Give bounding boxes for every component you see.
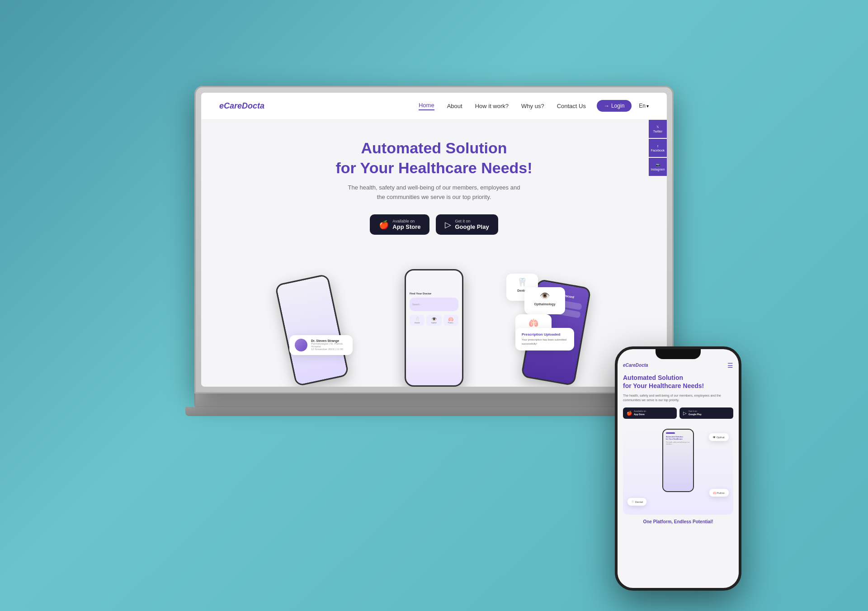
- google-play-button[interactable]: ▷ Get it on Google Play: [436, 214, 498, 235]
- facebook-icon: f: [657, 145, 658, 148]
- sp-nav: eCareDocta ☰: [623, 362, 733, 369]
- laptop-mockup: eCareDocta Home About How it work? Why u…: [194, 86, 674, 493]
- nav-link-about[interactable]: About: [447, 103, 462, 109]
- phone-main-mockup: Find Your Doctor Search... 🦷 Dental: [405, 269, 463, 387]
- doctor-date: 12 November 2023 | 11:30: [311, 348, 347, 350]
- phone-left-mockup: [274, 274, 349, 387]
- nav-link-contact[interactable]: Contact Us: [557, 103, 586, 109]
- app-store-button[interactable]: 🍎 Available on App Store: [370, 214, 429, 235]
- pulmo-cell: 🫁 Pulmo.: [443, 315, 458, 326]
- nav-link-why[interactable]: Why us?: [521, 103, 544, 109]
- sp-bottom-tagline: One Platform, Endless Potential!: [623, 519, 733, 524]
- social-sidebar: 𝕏 Twitter f Facebook 📷 Instagram: [649, 120, 667, 177]
- laptop-screen: eCareDocta Home About How it work? Why u…: [201, 93, 667, 387]
- laptop-base: [194, 393, 674, 407]
- instagram-button[interactable]: 📷 Instagram: [649, 158, 667, 176]
- sp-android-icon: ▷: [683, 411, 687, 416]
- lang-chevron-icon: ▾: [646, 104, 649, 109]
- sp-hero-subtitle: The health, safety and well-being of our…: [623, 393, 733, 403]
- sp-menu-icon[interactable]: ☰: [727, 362, 733, 369]
- doctor-specialty: Pulmonologist | St. Patrick Hospital: [311, 342, 347, 348]
- standalone-phone-screen: eCareDocta ☰ Automated Solution for Your…: [618, 349, 739, 588]
- android-icon: ▷: [445, 220, 451, 230]
- facebook-button[interactable]: f Facebook: [649, 139, 667, 157]
- sp-phone-preview: Automated Solutionfor Your Healthcare Th…: [623, 424, 733, 515]
- specialty-grid: 🦷 Dental 👁️ Opthal. 🫁: [410, 315, 458, 326]
- login-icon: →: [604, 103, 609, 109]
- sp-inner-text: The health, safety and well-being of our…: [666, 441, 690, 445]
- sp-float-3: 🫁 Pulmo.: [709, 489, 729, 497]
- sp-hero-title: Automated Solution for Your Healthcare N…: [623, 374, 733, 390]
- opthal-cell: 👁️ Opthal.: [426, 315, 441, 326]
- sp-apple-icon: 🍎: [627, 411, 632, 416]
- laptop-body: eCareDocta Home About How it work? Why u…: [194, 86, 674, 393]
- hero-title: Automated Solution for Your Healthcare N…: [335, 138, 532, 178]
- nav-link-how[interactable]: How it work?: [475, 103, 509, 109]
- twitter-button[interactable]: 𝕏 Twitter: [649, 120, 667, 138]
- apple-icon: 🍎: [379, 220, 389, 230]
- sp-app-store-btn[interactable]: 🍎 Available on App Store: [623, 407, 677, 419]
- prescription-card: Prescription Uploaded Your prescription …: [515, 328, 574, 350]
- laptop-bottom: [185, 407, 683, 416]
- instagram-icon: 📷: [656, 163, 660, 167]
- twitter-icon: 𝕏: [656, 125, 659, 129]
- prescription-title: Prescription Uploaded: [522, 332, 568, 336]
- standalone-phone-mockup: eCareDocta ☰ Automated Solution for Your…: [615, 346, 741, 591]
- sp-float-2: 🦷 Dental: [627, 498, 646, 506]
- sp-inner-phone: Automated Solutionfor Your Healthcare Th…: [662, 429, 694, 492]
- login-button[interactable]: → Login: [597, 100, 632, 112]
- sp-store-buttons: 🍎 Available on App Store ▷ Get it on Goo…: [623, 407, 733, 419]
- doctor-name: Dr. Steven Strange: [311, 339, 347, 342]
- nav-logo: eCareDocta: [219, 101, 264, 111]
- sp-inner-title: Automated Solutionfor Your Healthcare: [666, 436, 690, 440]
- language-selector[interactable]: En: [639, 103, 646, 109]
- store-buttons: 🍎 Available on App Store ▷ Get it on: [370, 214, 498, 235]
- sp-play-store-btn[interactable]: ▷ Get it on Google Play: [679, 407, 733, 419]
- sp-float-1: 👁️ Opthal.: [709, 433, 729, 441]
- opthal-float-card: 👁️ Opthalmology: [524, 287, 565, 314]
- phone-find-doctor-label: Find Your Doctor: [410, 292, 458, 295]
- prescription-text: Your prescription has been submitted suc…: [522, 338, 568, 346]
- dental-icon: 🦷: [517, 277, 527, 287]
- doctor-avatar: [295, 339, 307, 351]
- doctor-card: Dr. Steven Strange Pulmonologist | St. P…: [289, 335, 353, 355]
- nav-links: Home About How it work? Why us? Contact …: [419, 102, 586, 110]
- phone-notch: [656, 349, 701, 359]
- hero-section: Automated Solution for Your Healthcare N…: [201, 120, 667, 387]
- website-content: eCareDocta Home About How it work? Why u…: [201, 93, 667, 387]
- phone-mockups-area: Find Your Doctor Search... 🦷 Dental: [276, 260, 592, 387]
- hero-subtitle: The health, safety and well-being of our…: [344, 183, 524, 202]
- opthal-icon: 👁️: [540, 291, 550, 301]
- nav-bar: eCareDocta Home About How it work? Why u…: [201, 93, 667, 120]
- dental-cell: 🦷 Dental: [410, 315, 425, 326]
- pulmo-icon: 🫁: [528, 318, 538, 328]
- nav-link-home[interactable]: Home: [419, 102, 434, 110]
- sp-logo: eCareDocta: [623, 363, 648, 368]
- scene: eCareDocta Home About How it work? Why u…: [140, 34, 728, 577]
- search-placeholder: Search...: [412, 303, 421, 306]
